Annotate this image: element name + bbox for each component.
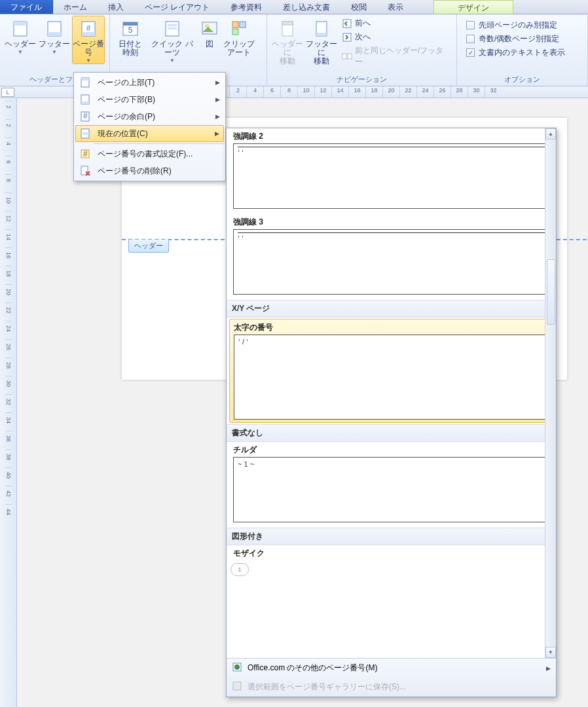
- tab-mailings[interactable]: 差し込み文書: [272, 0, 340, 14]
- ruler-tick: 14: [5, 229, 12, 246]
- ruler-tick: 36: [5, 431, 12, 448]
- gallery-scrollbar[interactable]: ▲ ▼: [545, 128, 556, 658]
- ruler-tick: 32: [485, 86, 502, 98]
- ruler-tick: 18: [5, 266, 12, 283]
- header-icon: [10, 18, 31, 39]
- ruler-tick: 20: [382, 86, 399, 98]
- menu-page-top[interactable]: ページの上部(T)▶: [75, 74, 224, 91]
- clip-art-icon: [229, 18, 249, 39]
- ruler-tick: 4: [5, 137, 12, 154]
- tab-insert[interactable]: 挿入: [98, 0, 134, 14]
- ruler-tick: 40: [5, 467, 12, 484]
- menu-current-position[interactable]: 現在の位置(C)▶: [75, 125, 224, 142]
- svg-rect-36: [81, 166, 88, 175]
- scroll-thumb[interactable]: [547, 259, 555, 325]
- ruler-tick: 34: [5, 412, 12, 429]
- menu-format-page-numbers[interactable]: #ページ番号の書式設定(F)...: [75, 145, 224, 162]
- ruler-tick: 32: [5, 394, 12, 411]
- page-number-gallery: 強調線 2 ˈ ˈ 強調線 3 ˈ ˈ X/Y ページ 太字の番号 ˈ / ˈ …: [226, 128, 557, 697]
- gallery-preview: ˈ ˈ: [233, 229, 549, 295]
- submenu-arrow-icon: ▶: [215, 113, 220, 120]
- header-button[interactable]: ヘッダー▼: [4, 16, 37, 64]
- link-previous-button: 前と同じヘッダー/フッター: [339, 45, 450, 68]
- goto-header-button: ヘッダーに移動: [271, 16, 304, 68]
- svg-text:#: #: [86, 24, 91, 33]
- goto-footer-button[interactable]: フッターに移動: [305, 16, 338, 68]
- ruler-tick: 10: [297, 86, 314, 98]
- opt-show-text[interactable]: ✓文書内のテキストを表示: [466, 47, 578, 58]
- tab-bar: ファイル ホーム 挿入 ページ レイアウト 参考資料 差し込み文書 校閲 表示 …: [0, 0, 588, 14]
- ruler-tick: 26: [5, 339, 12, 356]
- tab-selector[interactable]: L: [1, 88, 14, 97]
- ruler-tick: 28: [5, 357, 12, 374]
- checkbox-icon: [466, 35, 475, 43]
- svg-rect-15: [232, 22, 238, 27]
- ruler-tick: 24: [5, 321, 12, 338]
- previous-button[interactable]: 前へ: [339, 17, 450, 29]
- scroll-up-button[interactable]: ▲: [545, 128, 556, 139]
- page-number-menu: ページの上部(T)▶ ページの下部(B)▶ #ページの余白(P)▶ 現在の位置(…: [73, 72, 226, 181]
- gallery-item-bold-number[interactable]: 太字の番号 ˈ / ˈ: [229, 319, 553, 423]
- format-icon: #: [79, 148, 91, 160]
- gallery-item-tilde[interactable]: チルダ ~ 1 ~: [227, 442, 556, 522]
- ruler-tick: 24: [416, 86, 433, 98]
- svg-rect-29: [81, 101, 89, 104]
- svg-text:#: #: [83, 111, 88, 120]
- ruler-tick: 8: [5, 174, 12, 191]
- footer-button[interactable]: フッター▼: [38, 16, 71, 64]
- gallery-item-accent-line-2[interactable]: 強調線 2 ˈ ˈ: [227, 128, 556, 209]
- date-time-button[interactable]: 5 日付と時刻: [114, 16, 147, 64]
- svg-point-38: [234, 664, 240, 670]
- tab-design[interactable]: デザイン: [433, 0, 513, 14]
- svg-rect-12: [168, 27, 177, 29]
- picture-button[interactable]: 図: [198, 16, 221, 64]
- tab-view[interactable]: 表示: [377, 0, 414, 14]
- vertical-ruler[interactable]: 2246810121416182022242628303234363840424…: [0, 98, 17, 707]
- mosaic-shape-icon: 1: [230, 563, 249, 576]
- ruler-tick: 2: [5, 119, 12, 136]
- page-top-icon: [79, 77, 91, 88]
- goto-footer-icon: [311, 18, 332, 39]
- tab-page-layout[interactable]: ページ レイアウト: [134, 0, 220, 14]
- gallery-more-office[interactable]: Office.com のその他のページ番号(M)▶: [227, 659, 556, 678]
- gallery-category-xy: X/Y ページ: [227, 300, 556, 317]
- tab-review[interactable]: 校閲: [340, 0, 377, 14]
- current-position-icon: [79, 128, 91, 139]
- group-options-label: オプション: [461, 73, 583, 86]
- opt-odd-even[interactable]: 奇数/偶数ページ別指定: [466, 33, 578, 45]
- page-bottom-icon: [79, 94, 91, 105]
- menu-remove-page-numbers[interactable]: ページ番号の削除(R): [75, 162, 224, 179]
- ruler-tick: 12: [314, 86, 331, 98]
- quick-parts-button[interactable]: クイック パーツ▼: [148, 16, 196, 64]
- svg-rect-17: [232, 29, 238, 35]
- ruler-tick: 22: [5, 302, 12, 319]
- gallery-category-plain: 書式なし: [227, 424, 556, 442]
- ruler-tick: 8: [280, 86, 297, 98]
- tab-references[interactable]: 参考資料: [220, 0, 272, 14]
- ruler-tick: 26: [433, 86, 450, 98]
- gallery-category-shapes: 図形付き: [227, 528, 556, 545]
- svg-rect-16: [240, 22, 246, 27]
- checkbox-checked-icon: ✓: [466, 48, 475, 57]
- menu-page-bottom[interactable]: ページの下部(B)▶: [75, 91, 224, 108]
- gallery-preview: ~ 1 ~: [233, 457, 549, 522]
- gallery-item-accent-line-3[interactable]: 強調線 3 ˈ ˈ: [227, 214, 556, 295]
- opt-first-page[interactable]: 先頭ページのみ別指定: [466, 20, 578, 31]
- ruler-tick: 10: [5, 192, 12, 209]
- tab-home[interactable]: ホーム: [53, 0, 98, 14]
- scroll-down-button[interactable]: ▼: [545, 647, 556, 658]
- menu-page-margins[interactable]: #ページの余白(P)▶: [75, 108, 224, 125]
- gallery-item-mosaic[interactable]: モザイク 1: [227, 545, 556, 576]
- clip-art-button[interactable]: クリップアート: [223, 16, 255, 64]
- page-margins-icon: #: [79, 111, 91, 122]
- submenu-arrow-icon: ▶: [215, 79, 220, 86]
- svg-rect-27: [81, 78, 89, 81]
- quick-parts-icon: [162, 18, 183, 39]
- page-number-button[interactable]: # ページ番号▼: [72, 16, 105, 64]
- ruler-tick: 2: [229, 86, 246, 98]
- next-button[interactable]: 次へ: [339, 31, 450, 43]
- footer-icon: [44, 18, 65, 39]
- header-tag: ヘッダー: [128, 240, 169, 253]
- tab-file[interactable]: ファイル: [0, 0, 53, 14]
- calendar-icon: 5: [120, 18, 141, 39]
